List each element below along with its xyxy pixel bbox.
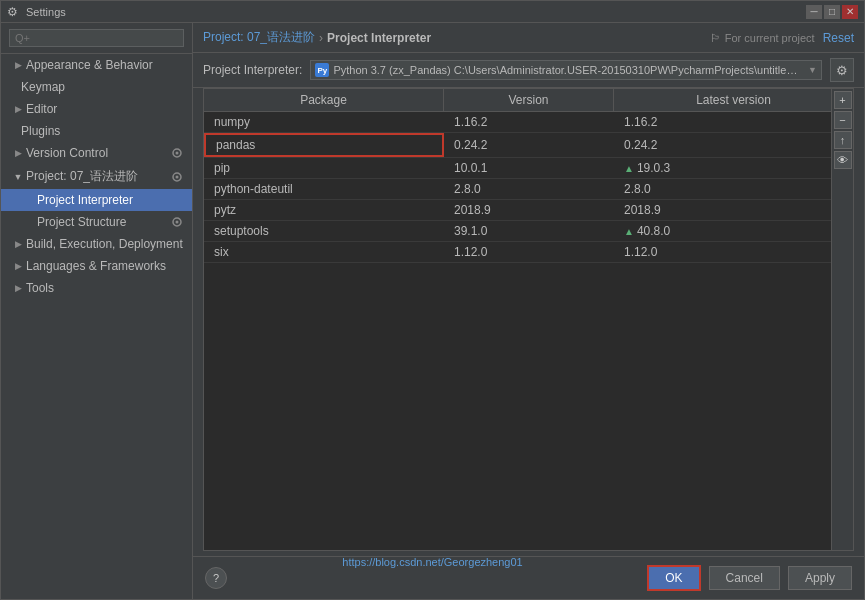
package-name: pytz [204,200,444,220]
package-name: setuptools [204,221,444,241]
sidebar-item-label: Keymap [21,80,65,94]
sidebar-item-label: Project Interpreter [37,193,133,207]
settings-icon [170,146,184,160]
package-name: pip [204,158,444,178]
project-note: 🏳 For current project [710,32,815,44]
package-latest: 2.8.0 [614,179,853,199]
package-name: pandas [204,133,444,157]
upgrade-arrow-icon: ▲ [624,163,634,174]
sidebar-item-project[interactable]: ▼Project: 07_语法进阶 [1,164,192,189]
main-content: ▶Appearance & BehaviorKeymap▶EditorPlugi… [1,23,864,599]
package-version: 0.24.2 [444,133,614,157]
breadcrumb-separator: › [319,31,323,45]
arrow-icon: ▼ [13,172,23,182]
search-bar [1,23,192,54]
settings-icon [170,170,184,184]
gear-button[interactable]: ⚙ [830,58,854,82]
apply-button[interactable]: Apply [788,566,852,590]
sidebar-item-project-interpreter[interactable]: Project Interpreter [1,189,192,211]
sidebar-item-build[interactable]: ▶Build, Execution, Deployment [1,233,192,255]
package-latest: 0.24.2 [614,133,853,157]
project-note-text: For current project [725,32,815,44]
arrow-icon: ▶ [13,104,23,114]
package-latest: 1.12.0 [614,242,853,262]
package-name: numpy [204,112,444,132]
table-row[interactable]: setuptools39.1.0▲40.8.0 [204,221,853,242]
package-latest: 1.16.2 [614,112,853,132]
title-bar: ⚙ Settings ─ □ ✕ [1,1,864,23]
sidebar-item-project-structure[interactable]: Project Structure [1,211,192,233]
package-latest: 2018.9 [614,200,853,220]
sidebar-item-plugins[interactable]: Plugins [1,120,192,142]
table-row[interactable]: pytz2018.92018.9 [204,200,853,221]
package-name: python-dateutil [204,179,444,199]
table-header: Package Version Latest version [204,89,853,112]
svg-point-3 [176,175,179,178]
arrow-icon: ▶ [13,239,23,249]
sidebar-item-label: Languages & Frameworks [26,259,166,273]
col-latest: Latest version [614,89,853,111]
sidebar-item-keymap[interactable]: Keymap [1,76,192,98]
svg-point-5 [176,221,179,224]
package-name: six [204,242,444,262]
help-button[interactable]: ? [205,567,227,589]
package-version: 39.1.0 [444,221,614,241]
flag-icon: 🏳 [710,32,721,44]
add-package-button[interactable]: + [834,91,852,109]
table-row[interactable]: pip10.0.1▲19.0.3 [204,158,853,179]
table-container: Package Version Latest version numpy1.16… [203,88,854,551]
interpreter-bar: Project Interpreter: Py Python 3.7 (zx_P… [193,53,864,88]
breadcrumb-bar: Project: 07_语法进阶 › Project Interpreter 🏳… [193,23,864,53]
sidebar-item-appearance[interactable]: ▶Appearance & Behavior [1,54,192,76]
sidebar-item-label: Tools [26,281,54,295]
col-package: Package [204,89,444,111]
settings-icon [170,215,184,229]
reset-link[interactable]: Reset [823,31,854,45]
side-buttons: + − ↑ 👁 [831,89,853,550]
upgrade-package-button[interactable]: ↑ [834,131,852,149]
table-row[interactable]: numpy1.16.21.16.2 [204,112,853,133]
sidebar-item-languages[interactable]: ▶Languages & Frameworks [1,255,192,277]
svg-point-1 [176,152,179,155]
table-row[interactable]: pandas0.24.20.24.2 [204,133,853,158]
arrow-icon: ▶ [13,261,23,271]
arrow-icon: ▶ [13,60,23,70]
sidebar-items: ▶Appearance & BehaviorKeymap▶EditorPlugi… [1,54,192,299]
sidebar-item-label: Project Structure [37,215,126,229]
minimize-button[interactable]: ─ [806,5,822,19]
sidebar-item-version-control[interactable]: ▶Version Control [1,142,192,164]
package-area: Package Version Latest version numpy1.16… [193,88,864,556]
cancel-button[interactable]: Cancel [709,566,780,590]
sidebar-item-label: Project: 07_语法进阶 [26,168,138,185]
package-version: 2.8.0 [444,179,614,199]
interpreter-value: Python 3.7 (zx_Pandas) C:\Users\Administ… [333,64,800,76]
package-version: 10.0.1 [444,158,614,178]
package-version: 1.16.2 [444,112,614,132]
remove-package-button[interactable]: − [834,111,852,129]
sidebar-item-tools[interactable]: ▶Tools [1,277,192,299]
arrow-icon: ▶ [13,283,23,293]
app-icon: ⚙ [7,5,21,19]
package-latest: ▲40.8.0 [614,221,853,241]
search-input[interactable] [9,29,184,47]
table-body: numpy1.16.21.16.2pandas0.24.20.24.2pip10… [204,112,853,550]
ok-button[interactable]: OK [647,565,700,591]
package-version: 2018.9 [444,200,614,220]
col-version: Version [444,89,614,111]
close-button[interactable]: ✕ [842,5,858,19]
interpreter-select[interactable]: Py Python 3.7 (zx_Pandas) C:\Users\Admin… [310,60,822,80]
arrow-icon: ▶ [13,148,23,158]
table-row[interactable]: six1.12.01.12.0 [204,242,853,263]
maximize-button[interactable]: □ [824,5,840,19]
window-title: Settings [26,6,806,18]
sidebar-item-label: Build, Execution, Deployment [26,237,183,251]
table-row[interactable]: python-dateutil2.8.02.8.0 [204,179,853,200]
breadcrumb-project[interactable]: Project: 07_语法进阶 [203,29,315,46]
upgrade-arrow-icon: ▲ [624,226,634,237]
sidebar: ▶Appearance & BehaviorKeymap▶EditorPlugi… [1,23,193,599]
main-panel: Project: 07_语法进阶 › Project Interpreter 🏳… [193,23,864,599]
sidebar-item-editor[interactable]: ▶Editor [1,98,192,120]
eye-button[interactable]: 👁 [834,151,852,169]
sidebar-item-label: Appearance & Behavior [26,58,153,72]
python-icon: Py [315,63,329,77]
